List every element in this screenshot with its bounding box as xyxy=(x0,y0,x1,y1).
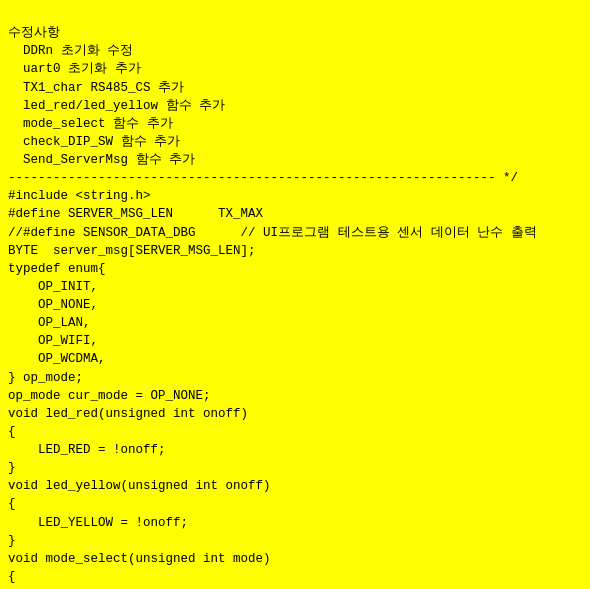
code-line: 수정사항 xyxy=(8,24,582,42)
code-line: void mode_select(unsigned int mode) xyxy=(8,550,582,568)
code-line: TX1_char RS485_CS 추가 xyxy=(8,79,582,97)
code-line: check_DIP_SW 함수 추가 xyxy=(8,133,582,151)
code-line: #include <string.h> xyxy=(8,187,582,205)
code-line: uart0 초기화 추가 xyxy=(8,60,582,78)
code-line: OP_LAN, xyxy=(8,314,582,332)
code-line: DDRn 초기화 수정 xyxy=(8,42,582,60)
code-line: OP_NONE, xyxy=(8,296,582,314)
code-line: { xyxy=(8,423,582,441)
code-line: LED_YELLOW = !onoff; xyxy=(8,514,582,532)
code-line: typedef enum{ xyxy=(8,260,582,278)
code-line: ----------------------------------------… xyxy=(8,169,582,187)
code-line: op_mode cur_mode = OP_NONE; xyxy=(8,387,582,405)
code-line: led_red/led_yellow 함수 추가 xyxy=(8,97,582,115)
code-line: OP_WCDMA, xyxy=(8,350,582,368)
code-line: { xyxy=(8,568,582,586)
code-line: BYTE server_msg[SERVER_MSG_LEN]; xyxy=(8,242,582,260)
code-line: #define SERVER_MSG_LEN TX_MAX xyxy=(8,205,582,223)
code-line: OP_WIFI, xyxy=(8,332,582,350)
code-line: } op_mode; xyxy=(8,369,582,387)
code-editor: 수정사항 DDRn 초기화 수정 uart0 초기화 추가 TX1_char R… xyxy=(0,0,590,589)
code-line: Send_ServerMsg 함수 추가 xyxy=(8,151,582,169)
code-line: { xyxy=(8,495,582,513)
code-line: //#define SENSOR_DATA_DBG // UI프로그램 테스트용… xyxy=(8,224,582,242)
code-line: OP_INIT, xyxy=(8,278,582,296)
code-line: void led_yellow(unsigned int onoff) xyxy=(8,477,582,495)
code-line: } xyxy=(8,459,582,477)
code-line: } xyxy=(8,532,582,550)
code-line: mode_select 함수 추가 xyxy=(8,115,582,133)
code-line: LED_RED = !onoff; xyxy=(8,441,582,459)
code-line: void led_red(unsigned int onoff) xyxy=(8,405,582,423)
